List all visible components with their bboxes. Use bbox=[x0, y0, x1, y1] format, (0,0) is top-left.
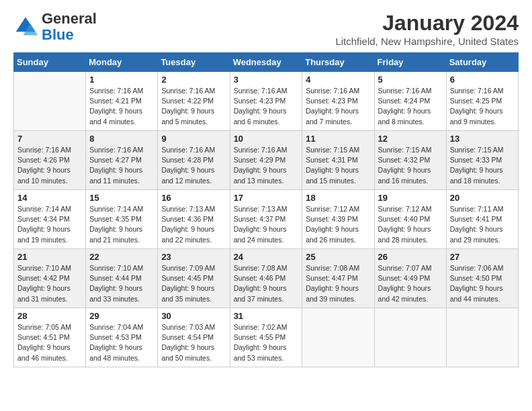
day-info: Sunrise: 7:16 AMSunset: 4:25 PMDaylight:… bbox=[450, 86, 515, 127]
day-info: Sunrise: 7:16 AMSunset: 4:23 PMDaylight:… bbox=[306, 86, 370, 127]
day-number: 7 bbox=[17, 134, 82, 144]
day-info: Sunrise: 7:10 AMSunset: 4:42 PMDaylight:… bbox=[17, 263, 82, 304]
day-info: Sunrise: 7:03 AMSunset: 4:54 PMDaylight:… bbox=[161, 322, 226, 363]
calendar-week-row: 28Sunrise: 7:05 AMSunset: 4:51 PMDayligh… bbox=[14, 308, 519, 367]
day-info: Sunrise: 7:10 AMSunset: 4:44 PMDaylight:… bbox=[89, 263, 154, 304]
day-info: Sunrise: 7:16 AMSunset: 4:26 PMDaylight:… bbox=[17, 145, 82, 186]
logo-icon bbox=[13, 15, 38, 39]
calendar-cell: 30Sunrise: 7:03 AMSunset: 4:54 PMDayligh… bbox=[158, 308, 230, 367]
calendar-week-row: 21Sunrise: 7:10 AMSunset: 4:42 PMDayligh… bbox=[14, 249, 519, 308]
day-number: 6 bbox=[450, 75, 515, 85]
col-header-wednesday: Wednesday bbox=[230, 53, 302, 72]
day-info: Sunrise: 7:16 AMSunset: 4:23 PMDaylight:… bbox=[234, 86, 299, 127]
day-info: Sunrise: 7:16 AMSunset: 4:27 PMDaylight:… bbox=[89, 145, 154, 186]
day-number: 24 bbox=[234, 252, 299, 262]
calendar-cell bbox=[446, 308, 518, 367]
calendar-cell: 1Sunrise: 7:16 AMSunset: 4:21 PMDaylight… bbox=[86, 72, 158, 131]
calendar-cell: 13Sunrise: 7:15 AMSunset: 4:33 PMDayligh… bbox=[446, 131, 518, 190]
calendar-cell: 5Sunrise: 7:16 AMSunset: 4:24 PMDaylight… bbox=[374, 72, 446, 131]
logo-blue-text: Blue bbox=[42, 26, 74, 43]
day-number: 27 bbox=[450, 252, 515, 262]
day-number: 19 bbox=[378, 193, 443, 203]
day-info: Sunrise: 7:05 AMSunset: 4:51 PMDaylight:… bbox=[17, 322, 82, 363]
day-number: 12 bbox=[378, 134, 443, 144]
day-number: 3 bbox=[234, 75, 299, 85]
day-info: Sunrise: 7:16 AMSunset: 4:28 PMDaylight:… bbox=[161, 145, 226, 186]
calendar-cell: 27Sunrise: 7:06 AMSunset: 4:50 PMDayligh… bbox=[446, 249, 518, 308]
day-info: Sunrise: 7:08 AMSunset: 4:46 PMDaylight:… bbox=[234, 263, 299, 304]
day-number: 13 bbox=[450, 134, 515, 144]
day-number: 17 bbox=[234, 193, 299, 203]
calendar-cell: 9Sunrise: 7:16 AMSunset: 4:28 PMDaylight… bbox=[158, 131, 230, 190]
calendar-week-row: 1Sunrise: 7:16 AMSunset: 4:21 PMDaylight… bbox=[14, 72, 519, 131]
day-info: Sunrise: 7:16 AMSunset: 4:24 PMDaylight:… bbox=[378, 86, 443, 127]
calendar-cell: 28Sunrise: 7:05 AMSunset: 4:51 PMDayligh… bbox=[14, 308, 86, 367]
day-number: 5 bbox=[378, 75, 443, 85]
calendar-cell: 21Sunrise: 7:10 AMSunset: 4:42 PMDayligh… bbox=[14, 249, 86, 308]
calendar-cell: 4Sunrise: 7:16 AMSunset: 4:23 PMDaylight… bbox=[302, 72, 374, 131]
day-info: Sunrise: 7:04 AMSunset: 4:53 PMDaylight:… bbox=[89, 322, 154, 363]
calendar-cell: 29Sunrise: 7:04 AMSunset: 4:53 PMDayligh… bbox=[86, 308, 158, 367]
calendar-cell bbox=[14, 72, 86, 131]
calendar-header-row: SundayMondayTuesdayWednesdayThursdayFrid… bbox=[14, 53, 519, 72]
day-info: Sunrise: 7:13 AMSunset: 4:36 PMDaylight:… bbox=[161, 204, 226, 245]
day-number: 22 bbox=[89, 252, 154, 262]
day-number: 11 bbox=[306, 134, 370, 144]
calendar-cell: 16Sunrise: 7:13 AMSunset: 4:36 PMDayligh… bbox=[158, 190, 230, 249]
calendar-cell: 23Sunrise: 7:09 AMSunset: 4:45 PMDayligh… bbox=[158, 249, 230, 308]
day-info: Sunrise: 7:11 AMSunset: 4:41 PMDaylight:… bbox=[450, 204, 515, 245]
calendar-cell: 6Sunrise: 7:16 AMSunset: 4:25 PMDaylight… bbox=[446, 72, 518, 131]
day-info: Sunrise: 7:16 AMSunset: 4:21 PMDaylight:… bbox=[89, 86, 154, 127]
day-info: Sunrise: 7:15 AMSunset: 4:31 PMDaylight:… bbox=[306, 145, 370, 186]
calendar-table: SundayMondayTuesdayWednesdayThursdayFrid… bbox=[13, 52, 519, 367]
day-info: Sunrise: 7:12 AMSunset: 4:40 PMDaylight:… bbox=[378, 204, 443, 245]
day-number: 20 bbox=[450, 193, 515, 203]
day-number: 16 bbox=[161, 193, 226, 203]
day-info: Sunrise: 7:09 AMSunset: 4:45 PMDaylight:… bbox=[161, 263, 226, 304]
day-number: 31 bbox=[234, 311, 299, 321]
day-number: 4 bbox=[306, 75, 370, 85]
day-info: Sunrise: 7:02 AMSunset: 4:55 PMDaylight:… bbox=[234, 322, 299, 363]
calendar-cell: 20Sunrise: 7:11 AMSunset: 4:41 PMDayligh… bbox=[446, 190, 518, 249]
logo-general-text: General bbox=[42, 10, 97, 27]
day-number: 15 bbox=[89, 193, 154, 203]
calendar-cell: 8Sunrise: 7:16 AMSunset: 4:27 PMDaylight… bbox=[86, 131, 158, 190]
day-number: 23 bbox=[161, 252, 226, 262]
calendar-cell: 3Sunrise: 7:16 AMSunset: 4:23 PMDaylight… bbox=[230, 72, 302, 131]
day-info: Sunrise: 7:15 AMSunset: 4:32 PMDaylight:… bbox=[378, 145, 443, 186]
day-number: 30 bbox=[161, 311, 226, 321]
col-header-tuesday: Tuesday bbox=[158, 53, 230, 72]
title-block: January 2024 Litchfield, New Hampshire, … bbox=[335, 11, 519, 47]
calendar-cell: 14Sunrise: 7:14 AMSunset: 4:34 PMDayligh… bbox=[14, 190, 86, 249]
calendar-cell: 15Sunrise: 7:14 AMSunset: 4:35 PMDayligh… bbox=[86, 190, 158, 249]
day-number: 21 bbox=[17, 252, 82, 262]
calendar-week-row: 7Sunrise: 7:16 AMSunset: 4:26 PMDaylight… bbox=[14, 131, 519, 190]
calendar-cell: 12Sunrise: 7:15 AMSunset: 4:32 PMDayligh… bbox=[374, 131, 446, 190]
col-header-sunday: Sunday bbox=[14, 53, 86, 72]
calendar-cell: 10Sunrise: 7:16 AMSunset: 4:29 PMDayligh… bbox=[230, 131, 302, 190]
calendar-cell bbox=[374, 308, 446, 367]
month-title: January 2024 bbox=[335, 11, 519, 36]
day-number: 2 bbox=[161, 75, 226, 85]
day-number: 29 bbox=[89, 311, 154, 321]
calendar-cell: 31Sunrise: 7:02 AMSunset: 4:55 PMDayligh… bbox=[230, 308, 302, 367]
calendar-cell bbox=[302, 308, 374, 367]
calendar-cell: 25Sunrise: 7:08 AMSunset: 4:47 PMDayligh… bbox=[302, 249, 374, 308]
day-info: Sunrise: 7:15 AMSunset: 4:33 PMDaylight:… bbox=[450, 145, 515, 186]
day-info: Sunrise: 7:08 AMSunset: 4:47 PMDaylight:… bbox=[306, 263, 370, 304]
col-header-friday: Friday bbox=[374, 53, 446, 72]
day-info: Sunrise: 7:07 AMSunset: 4:49 PMDaylight:… bbox=[378, 263, 443, 304]
calendar-cell: 7Sunrise: 7:16 AMSunset: 4:26 PMDaylight… bbox=[14, 131, 86, 190]
day-info: Sunrise: 7:16 AMSunset: 4:22 PMDaylight:… bbox=[161, 86, 226, 127]
day-info: Sunrise: 7:13 AMSunset: 4:37 PMDaylight:… bbox=[234, 204, 299, 245]
calendar-cell: 18Sunrise: 7:12 AMSunset: 4:39 PMDayligh… bbox=[302, 190, 374, 249]
day-number: 25 bbox=[306, 252, 370, 262]
day-number: 18 bbox=[306, 193, 370, 203]
day-info: Sunrise: 7:12 AMSunset: 4:39 PMDaylight:… bbox=[306, 204, 370, 245]
day-number: 1 bbox=[89, 75, 154, 85]
day-info: Sunrise: 7:16 AMSunset: 4:29 PMDaylight:… bbox=[234, 145, 299, 186]
day-number: 10 bbox=[234, 134, 299, 144]
calendar-cell: 19Sunrise: 7:12 AMSunset: 4:40 PMDayligh… bbox=[374, 190, 446, 249]
logo: General Blue bbox=[13, 11, 97, 43]
day-info: Sunrise: 7:14 AMSunset: 4:34 PMDaylight:… bbox=[17, 204, 82, 245]
